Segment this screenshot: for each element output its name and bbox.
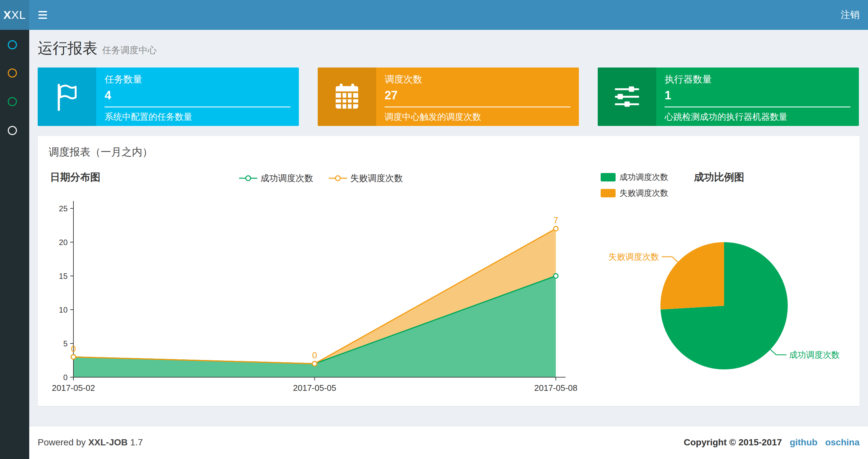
svg-text:25: 25: [59, 204, 68, 213]
info-box-jobs: 任务数量 4 系统中配置的任务数量: [38, 67, 299, 126]
info-box-label: 调度次数: [384, 73, 570, 86]
footer-copyright: Copyright © 2015-2017 github oschina: [684, 437, 860, 448]
info-box-content: 执行器数量 1 心跳检测成功的执行器机器数量: [656, 67, 859, 126]
sliders-icon: [598, 67, 656, 126]
circle-icon: [8, 40, 17, 50]
schedule-report-panel: 调度报表（一月之内） 日期分布图 成功调度次数 失败调度次数 051015202…: [38, 136, 860, 406]
svg-text:10: 10: [59, 305, 68, 314]
svg-text:2017-05-05: 2017-05-05: [293, 383, 336, 392]
logo-text-bold: X: [3, 8, 11, 22]
line-marker-icon: [239, 175, 257, 182]
app-logo[interactable]: XXL: [0, 0, 29, 30]
line-marker-icon: [329, 175, 347, 182]
footer: Powered by XXL-JOB 1.7 Copyright © 2015-…: [29, 426, 868, 459]
logo-text: XL: [11, 8, 26, 22]
svg-text:失败调度次数: 失败调度次数: [609, 252, 659, 262]
svg-text:0: 0: [71, 344, 76, 354]
info-box-executors: 执行器数量 1 心跳检测成功的执行器机器数量: [598, 67, 859, 126]
version-text: 1.7: [130, 437, 143, 447]
svg-text:0: 0: [312, 351, 317, 360]
legend-item-fail[interactable]: 失败调度次数: [329, 172, 403, 184]
info-box-content: 调度次数 27 调度中心触发的调度次数: [376, 67, 579, 126]
info-box-desc: 系统中配置的任务数量: [104, 111, 290, 123]
info-box-label: 执行器数量: [664, 73, 850, 86]
oschina-link[interactable]: oschina: [825, 437, 860, 447]
sidebar-item-2[interactable]: [8, 68, 17, 77]
divider: [104, 106, 290, 107]
logout-link[interactable]: 注销: [841, 0, 860, 30]
line-chart-title: 日期分布图: [50, 170, 100, 184]
divider: [664, 106, 850, 107]
circle-icon: [8, 126, 17, 135]
brand-text: XXL-JOB: [88, 437, 128, 447]
page-subtitle: 任务调度中心: [102, 45, 157, 55]
info-box-desc: 调度中心触发的调度次数: [384, 111, 570, 123]
info-box-value: 1: [664, 89, 850, 102]
powered-by-text: Powered by: [38, 437, 86, 447]
svg-text:0: 0: [63, 373, 68, 382]
svg-text:20: 20: [59, 238, 68, 247]
svg-text:5: 5: [63, 339, 68, 348]
success-ratio-pie-chart: 成功调度次数失败调度次数: [590, 168, 850, 396]
svg-text:15: 15: [59, 272, 68, 281]
info-box-label: 任务数量: [104, 73, 290, 86]
hamburger-bar: [38, 18, 47, 19]
line-chart-legend: 成功调度次数 失败调度次数: [239, 172, 403, 184]
github-link[interactable]: github: [790, 437, 818, 447]
panel-title: 调度报表（一月之内）: [49, 145, 153, 159]
sidebar-item-1[interactable]: [8, 40, 17, 50]
flag-icon: [38, 67, 96, 126]
circle-icon: [8, 97, 17, 106]
svg-text:2017-05-02: 2017-05-02: [52, 383, 95, 392]
svg-text:成功调度次数: 成功调度次数: [789, 350, 840, 360]
info-box-value: 4: [104, 89, 290, 102]
page-title: 运行报表: [38, 40, 97, 57]
info-box-value: 27: [384, 89, 570, 102]
legend-label: 失败调度次数: [350, 172, 403, 184]
svg-text:7: 7: [553, 216, 558, 225]
info-box-desc: 心跳检测成功的执行器机器数量: [664, 111, 850, 123]
sidebar: [0, 30, 29, 459]
main-content: 运行报表 任务调度中心 任务数量 4 系统中配置的任务数量: [29, 30, 868, 459]
sidebar-item-3[interactable]: [8, 97, 17, 106]
copyright-text: Copyright © 2015-2017: [684, 437, 782, 447]
hamburger-bar: [38, 11, 47, 12]
info-box-triggers: 调度次数 27 调度中心触发的调度次数: [318, 67, 579, 126]
info-box-content: 任务数量 4 系统中配置的任务数量: [96, 67, 299, 126]
svg-text:2017-05-08: 2017-05-08: [534, 383, 578, 392]
date-distribution-chart: 05101520252017-05-022017-05-052017-05-08…: [44, 191, 596, 392]
hamburger-bar: [38, 14, 47, 15]
legend-label: 成功调度次数: [260, 172, 313, 184]
circle-icon: [8, 68, 17, 77]
sidebar-toggle-icon[interactable]: [38, 9, 48, 21]
sidebar-item-4[interactable]: [8, 126, 17, 135]
top-navbar: XXL 注销: [0, 0, 868, 30]
calendar-icon: [318, 67, 376, 126]
footer-powered-by: Powered by XXL-JOB 1.7: [38, 437, 143, 448]
divider: [384, 106, 570, 107]
legend-item-success[interactable]: 成功调度次数: [239, 172, 313, 184]
page-header: 运行报表 任务调度中心: [38, 38, 157, 59]
